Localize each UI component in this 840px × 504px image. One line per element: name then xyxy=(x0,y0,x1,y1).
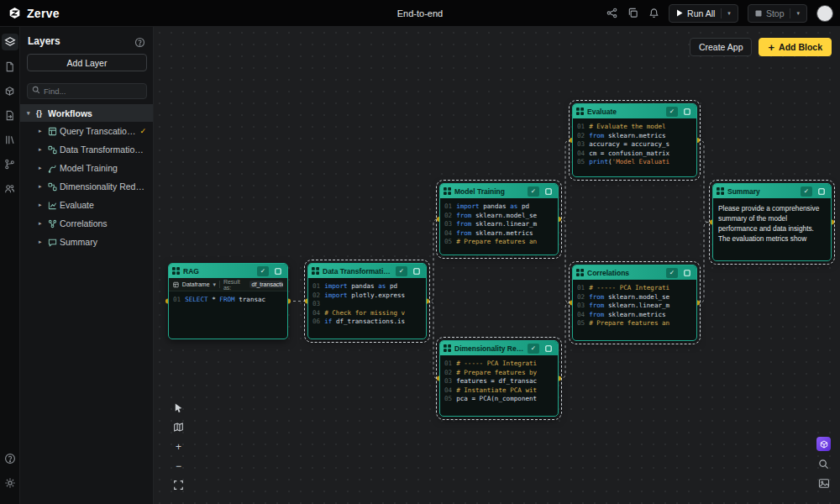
block-header[interactable]: Summary✓ xyxy=(713,184,831,198)
zoom-in-button[interactable]: + xyxy=(172,440,185,453)
user-avatar[interactable] xyxy=(816,5,833,22)
rail-requirements-button[interactable] xyxy=(2,82,18,99)
canvas-block-model-training[interactable]: Model Training✓01import pandas as pd02fr… xyxy=(439,183,559,255)
block-run-check-button[interactable]: ✓ xyxy=(666,268,678,278)
code-line: 05pca = PCA(n_component xyxy=(444,395,554,404)
code-editor[interactable]: 01import pandas as pd02from sklearn.mode… xyxy=(440,198,558,251)
left-icon-rail xyxy=(0,27,20,504)
block-expand-button[interactable] xyxy=(411,266,423,276)
code-text: pca = PCA(n_component xyxy=(456,395,537,402)
rail-help-button[interactable] xyxy=(2,450,18,467)
canvas-block-correlations[interactable]: Correlations✓01# ----- PCA Integrati02fr… xyxy=(572,265,697,341)
block-run-check-button[interactable]: ✓ xyxy=(528,186,539,197)
block-header[interactable]: Correlations✓ xyxy=(573,265,696,280)
notifications-bell-icon[interactable] xyxy=(648,8,659,19)
duplicate-icon[interactable] xyxy=(627,8,638,19)
help-circle-icon[interactable] xyxy=(134,36,145,47)
block-expand-button[interactable] xyxy=(681,268,693,278)
add-block-button[interactable]: + Add Block xyxy=(759,38,832,56)
chevron-down-icon[interactable]: ▾ xyxy=(727,10,731,16)
code-text: # Prepare features an xyxy=(456,238,537,245)
block-run-check-button[interactable]: ✓ xyxy=(257,266,269,276)
code-editor[interactable]: 01import pandas as pd02import plotly.exp… xyxy=(308,278,426,331)
check-icon: ✓ xyxy=(139,127,146,135)
rail-layers-button[interactable] xyxy=(2,34,18,50)
code-text: features = df_transac xyxy=(456,377,537,385)
prompt-text[interactable]: Please provide a comprehensive summary o… xyxy=(713,198,831,249)
create-app-button[interactable]: Create App xyxy=(690,38,753,56)
stop-button[interactable]: Stop ▾ xyxy=(748,4,807,23)
layer-type-icon xyxy=(48,127,60,136)
rail-exports-button[interactable] xyxy=(2,107,18,123)
tree-item-workflows[interactable]: ▾ {} Workflows xyxy=(20,104,153,122)
block-header[interactable]: Dimensionality Redu...✓ xyxy=(440,341,558,355)
zoom-out-button[interactable]: − xyxy=(172,459,185,472)
tree-item-query-transcation[interactable]: ▸Query Transcation...✓ xyxy=(20,122,153,140)
layer-type-icon xyxy=(48,164,60,173)
chevron-right-icon[interactable]: ▸ xyxy=(39,220,48,227)
block-header[interactable]: RAG✓ xyxy=(169,264,287,278)
minimap-button[interactable] xyxy=(172,421,185,433)
chevron-down-icon[interactable]: ▾ xyxy=(27,110,36,117)
dataframe-dropdown[interactable]: Dataframe xyxy=(182,281,210,287)
block-header[interactable]: Evaluate✓ xyxy=(573,104,696,118)
result-variable[interactable]: df_transactio xyxy=(249,281,283,288)
block-expand-button[interactable] xyxy=(816,186,827,197)
tree-item-data-transformation-a[interactable]: ▸Data Transformation a... xyxy=(20,140,153,159)
block-run-check-button[interactable]: ✓ xyxy=(528,344,539,354)
block-expand-button[interactable] xyxy=(681,107,693,117)
block-run-check-button[interactable]: ✓ xyxy=(396,266,407,276)
rail-library-button[interactable] xyxy=(2,131,18,148)
screenshot-button[interactable] xyxy=(817,476,831,490)
block-run-check-button[interactable]: ✓ xyxy=(666,107,678,117)
tree-item-summary[interactable]: ▸Summary xyxy=(20,233,153,251)
zerve-logo[interactable]: Zerve xyxy=(0,7,60,20)
workflow-canvas[interactable]: RAG✓Dataframe▾Result as:df_transactio01S… xyxy=(154,27,840,504)
block-header[interactable]: Data Transformation...✓ xyxy=(308,264,426,278)
run-all-button[interactable]: Run All ▾ xyxy=(669,4,738,23)
tree-item-dimensionality-reduct[interactable]: ▸Dimensionality Reduct... xyxy=(20,177,153,196)
code-line: 04# Check for missing v xyxy=(312,309,422,318)
chevron-right-icon[interactable]: ▸ xyxy=(39,128,48,134)
canvas-block-summary[interactable]: Summary✓Please provide a comprehensive s… xyxy=(712,183,832,261)
add-layer-button[interactable]: Add Layer xyxy=(27,54,147,71)
select-cursor-button[interactable] xyxy=(172,402,185,414)
code-line: 04from sklearn.metrics xyxy=(444,229,554,239)
code-editor[interactable]: 01# ----- PCA Integrati02# Prepare featu… xyxy=(440,355,558,408)
chevron-right-icon[interactable]: ▸ xyxy=(39,165,48,171)
rail-files-button[interactable] xyxy=(2,58,18,75)
canvas-block-dimensionality-reduction[interactable]: Dimensionality Redu...✓01# ----- PCA Int… xyxy=(439,340,559,417)
block-run-check-button[interactable]: ✓ xyxy=(801,186,812,197)
share-icon[interactable] xyxy=(606,8,617,19)
chevron-down-icon[interactable]: ▾ xyxy=(796,10,800,16)
tree-item-evaluate[interactable]: ▸Evaluate xyxy=(20,196,153,214)
block-header[interactable]: Model Training✓ xyxy=(440,184,558,198)
assistant-button[interactable] xyxy=(816,437,831,451)
canvas-search-button[interactable] xyxy=(817,457,831,470)
block-expand-button[interactable] xyxy=(543,344,554,354)
block-expand-button[interactable] xyxy=(272,266,284,276)
canvas-block-evaluate[interactable]: Evaluate✓01# Evaluate the model02from sk… xyxy=(572,103,697,177)
chevron-right-icon[interactable]: ▸ xyxy=(39,239,48,245)
rail-git-branch-button[interactable] xyxy=(2,155,18,172)
code-editor[interactable]: 01# Evaluate the model02from sklearn.met… xyxy=(573,118,696,171)
block-expand-button[interactable] xyxy=(543,186,554,197)
block-type-icon xyxy=(576,269,584,276)
block-title: Correlations xyxy=(587,269,663,277)
tree-item-correlations[interactable]: ▸Correlations xyxy=(20,214,153,233)
chevron-right-icon[interactable]: ▸ xyxy=(39,183,48,190)
rail-community-button[interactable] xyxy=(2,180,18,197)
canvas-block-rag[interactable]: RAG✓Dataframe▾Result as:df_transactio01S… xyxy=(168,263,288,339)
chevron-right-icon[interactable]: ▸ xyxy=(39,202,48,208)
chevron-down-icon[interactable]: ▾ xyxy=(213,281,217,287)
fit-view-button[interactable] xyxy=(172,479,185,491)
find-input[interactable] xyxy=(27,83,147,99)
canvas-block-data-transformation[interactable]: Data Transformation...✓01import pandas a… xyxy=(307,263,427,339)
chevron-right-icon[interactable]: ▸ xyxy=(39,146,48,153)
tree-item-model-training[interactable]: ▸Model Training xyxy=(20,159,153,177)
output-toolbar: Dataframe▾Result as:df_transactio xyxy=(169,278,287,291)
code-editor[interactable]: 01SELECT * FROM transac xyxy=(169,291,287,309)
code-editor[interactable]: 01# ----- PCA Integrati02from sklearn.mo… xyxy=(573,280,696,333)
code-text: # Prepare features by xyxy=(456,369,537,376)
rail-settings-button[interactable] xyxy=(2,475,18,491)
